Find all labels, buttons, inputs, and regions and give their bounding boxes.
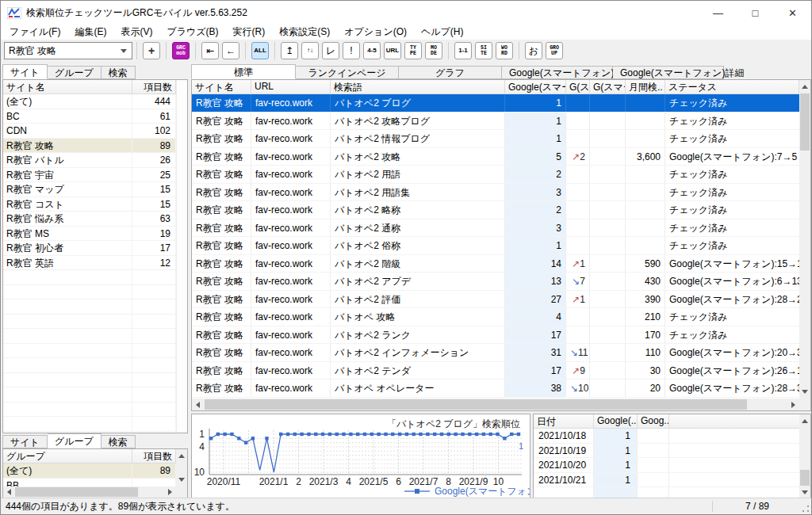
upload-button[interactable]: ↥ <box>281 42 298 59</box>
list-item[interactable]: R教官 宇宙25 <box>3 168 187 183</box>
table-row[interactable]: R教官 攻略fav-reco.workバトオペ2 用語2チェック済み <box>192 166 799 184</box>
one-to-one-button[interactable]: 1-1 <box>454 42 472 59</box>
list-item[interactable]: R教官 マップ15 <box>3 182 187 197</box>
table-row[interactable]: R教官 攻略fav-reco.workバトオペ2 攻略ブログ1チェック済み <box>192 113 799 131</box>
menu-item-5[interactable]: 検索設定(S) <box>272 25 337 40</box>
tab-google-detail[interactable]: Google(スマートフォン)詳細 <box>613 66 724 79</box>
list-item[interactable] <box>3 417 187 432</box>
table-horizontal-scrollbar[interactable] <box>192 399 799 410</box>
menu-item-3[interactable]: ブラウズ(B) <box>159 25 225 40</box>
site-selector-combo[interactable]: R教官 攻略 <box>4 42 132 59</box>
sort-updown-button[interactable]: ↑↓ <box>301 42 319 59</box>
scrollbar-thumb[interactable] <box>15 487 138 497</box>
table-row[interactable]: R教官 攻略fav-reco.workバトオペ2 俗称1チェック済み <box>192 237 799 255</box>
list-item[interactable] <box>3 299 187 315</box>
grc-mobile-button[interactable]: GRCmob <box>172 42 190 59</box>
tab-rankin-page[interactable]: ランクインページ <box>296 66 399 79</box>
list-item[interactable] <box>3 329 187 344</box>
list-item[interactable] <box>3 315 187 330</box>
scroll-left-icon[interactable] <box>196 402 200 408</box>
tab-search[interactable]: 検索 <box>102 435 136 448</box>
add-item-button[interactable]: + <box>143 42 160 59</box>
column-header-0[interactable]: サイト名 <box>3 80 132 93</box>
history-row[interactable]: 2021/10/191 <box>534 444 799 459</box>
menu-item-1[interactable]: 編集(E) <box>67 25 113 40</box>
column-header-2[interactable]: Goog.. <box>638 414 669 428</box>
tab-graph[interactable]: グラフ <box>399 66 502 79</box>
column-header-1[interactable]: Google(.. <box>594 414 638 428</box>
close-button[interactable]: ✕ <box>774 1 811 25</box>
check-all-button[interactable]: ALL <box>251 42 269 59</box>
column-header-1[interactable]: 項目数 <box>132 80 176 93</box>
list-item[interactable] <box>3 358 187 373</box>
list-item[interactable]: (全て)444 <box>3 94 187 109</box>
check-mark-button[interactable]: レ <box>322 42 339 59</box>
maximize-button[interactable]: □ <box>737 1 774 25</box>
tab-google-history[interactable]: Google(スマートフォン)履歴 <box>502 66 613 79</box>
word-button[interactable]: WORD <box>496 42 513 59</box>
table-row[interactable]: R教官 攻略fav-reco.workバトオペ2 略称2チェック済み <box>192 201 799 219</box>
tab-group[interactable]: グループ <box>48 66 102 79</box>
list-item[interactable]: R教官 バトル26 <box>3 153 187 168</box>
table-row[interactable]: R教官 攻略fav-reco.workバトオペ2 アプデ13↘7430Googl… <box>192 273 799 291</box>
table-row[interactable]: R教官 攻略fav-reco.workバトオペ2 攻略5↗23,600Googl… <box>192 148 799 166</box>
menu-item-4[interactable]: 実行(R) <box>226 25 273 40</box>
scroll-up-icon[interactable] <box>178 454 185 458</box>
list-item[interactable]: BB <box>3 479 176 487</box>
first-item-button[interactable]: ⇤ <box>201 42 219 59</box>
list-item[interactable]: R教官 攻略89 <box>3 139 187 154</box>
table-row[interactable]: R教官 攻略fav-reco.workバトオペ オペレーター38↘1020Goo… <box>192 380 799 398</box>
minimize-button[interactable]: — <box>699 1 737 25</box>
menu-item-6[interactable]: オプション(O) <box>337 25 414 40</box>
table-row[interactable]: R教官 攻略fav-reco.workバトオペ2 情報ブログ1チェック済み <box>192 130 799 148</box>
column-header-4[interactable]: G(スマ.. <box>566 80 590 93</box>
list-item[interactable] <box>3 285 187 300</box>
scrollbar-thumb[interactable] <box>205 399 747 410</box>
tab-site[interactable]: サイト <box>2 435 48 448</box>
column-header-0[interactable]: サイト名 <box>192 80 251 93</box>
resize-grip[interactable] <box>802 505 810 513</box>
column-header-6[interactable]: 月間検.. <box>626 80 665 93</box>
list-item[interactable]: R教官 初心者17 <box>3 241 187 256</box>
table-row[interactable]: R教官 攻略fav-reco.workバトオペ2 ブログ1チェック済み <box>192 94 799 113</box>
menu-item-7[interactable]: ヘルプ(H) <box>414 25 471 40</box>
list-item[interactable]: R教官 コスト15 <box>3 197 187 212</box>
list-item[interactable]: BC61 <box>3 109 187 124</box>
column-header-5[interactable]: G(スマー.. <box>590 80 626 93</box>
scrollbar-thumb[interactable] <box>800 93 810 151</box>
o-button[interactable]: お <box>525 42 542 59</box>
column-header-0[interactable]: 日付 <box>534 414 594 428</box>
column-header-2[interactable]: 検索語 <box>331 80 505 93</box>
tab-group[interactable]: グループ <box>48 433 102 448</box>
list-item[interactable] <box>3 270 187 285</box>
table-row[interactable]: R教官 攻略fav-reco.workバトオペ2 ランク17170チェック済み <box>192 326 799 345</box>
menu-item-0[interactable]: ファイル(F) <box>2 25 67 40</box>
list-item[interactable]: R教官 英語12 <box>3 256 187 271</box>
history-row[interactable]: 2021/10/201 <box>534 458 799 473</box>
list-item[interactable] <box>3 387 187 402</box>
table-row[interactable]: R教官 攻略fav-reco.workバトオペ2 評価27↗1390Google… <box>192 291 799 309</box>
tab-standard[interactable]: 標準 <box>191 64 296 79</box>
list-item[interactable] <box>3 402 187 418</box>
table-row[interactable]: R教官 攻略fav-reco.workバトオペ2 インフォメーション31↘111… <box>192 344 799 362</box>
scroll-up-icon[interactable] <box>802 419 808 423</box>
column-header-1[interactable]: URL <box>251 80 331 93</box>
list-item[interactable]: R教官 MS19 <box>3 227 187 242</box>
history-vertical-scrollbar[interactable] <box>799 414 810 498</box>
groups-vertical-scrollbar[interactable] <box>176 449 187 486</box>
table-row[interactable]: R教官 攻略fav-reco.workバトオペ 攻略4210チェック済み <box>192 308 799 326</box>
history-row[interactable]: 2021/10/181 <box>534 429 799 444</box>
rank-45-button[interactable]: 4-5 <box>363 42 381 59</box>
list-item[interactable]: (全て)89 <box>3 464 176 479</box>
scroll-down-icon[interactable] <box>802 390 808 394</box>
list-item[interactable] <box>3 344 187 359</box>
mode-button[interactable]: MODE <box>425 42 442 59</box>
menu-item-2[interactable]: 表示(V) <box>113 25 159 40</box>
scroll-down-icon[interactable] <box>802 490 808 494</box>
history-row[interactable]: 2021/10/211 <box>534 473 799 488</box>
scroll-left-icon[interactable] <box>7 489 11 495</box>
column-header-7[interactable]: ステータス <box>665 80 799 93</box>
scroll-right-icon[interactable] <box>791 402 795 408</box>
table-row[interactable]: R教官 攻略fav-reco.workバトオペ2 テンダ17↗930Google… <box>192 362 799 380</box>
alert-button[interactable]: ! <box>343 42 360 59</box>
